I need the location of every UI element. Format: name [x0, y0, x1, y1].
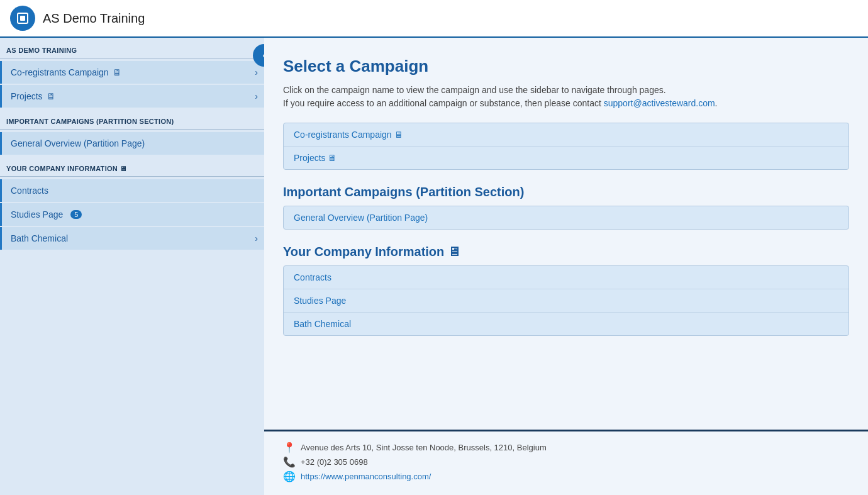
- footer-address-line: 📍 Avenue des Arts 10, Sint Josse ten Noo…: [283, 442, 849, 453]
- page-description: Click on the campaign name to view the c…: [283, 84, 849, 110]
- app-title: AS Demo Training: [43, 11, 145, 26]
- phone-icon: 📞: [283, 456, 296, 468]
- campaign-card-item-co-registrants[interactable]: Co-registrants Campaign 🖥: [284, 123, 849, 147]
- support-email-link[interactable]: support@activesteward.com: [604, 98, 715, 108]
- app-logo: [10, 6, 35, 31]
- campaign-card-item-studies-page[interactable]: Studies Page: [284, 289, 849, 313]
- studies-badge: 5: [70, 210, 82, 219]
- campaign-card-item-general-overview[interactable]: General Overview (Partition Page): [284, 206, 849, 229]
- sidebar-item-general-overview[interactable]: General Overview (Partition Page): [0, 132, 264, 155]
- chevron-icon-projects: ›: [255, 91, 258, 101]
- campaign-card-as-demo: Co-registrants Campaign 🖥 Projects 🖥: [283, 123, 849, 170]
- campaign-card-important: General Overview (Partition Page): [283, 206, 849, 230]
- footer-website-line: 🌐 https://www.penmanconsulting.com/: [283, 470, 849, 482]
- sidebar-section-title-as-demo: AS DEMO TRAINING: [0, 38, 264, 58]
- chevron-icon-bath-chemical: ›: [255, 233, 258, 243]
- sidebar: ‹ AS DEMO TRAINING Co-registrants Campai…: [0, 38, 264, 495]
- location-icon: 📍: [283, 442, 296, 453]
- sidebar-section-your-company: YOUR COMPANY INFORMATION 🖥 Contracts Stu…: [0, 156, 264, 250]
- footer-address: Avenue des Arts 10, Sint Josse ten Noode…: [301, 443, 547, 452]
- sidebar-item-studies-label: Studies Page: [11, 209, 63, 220]
- footer-phone-line: 📞 +32 (0)2 305 0698: [283, 456, 849, 468]
- monitor-icon-co-reg: 🖥: [113, 67, 121, 77]
- sidebar-item-bath-chemical[interactable]: Bath Chemical ›: [0, 227, 264, 250]
- desc-line-2: If you require access to an additional c…: [283, 98, 601, 108]
- sidebar-item-studies-page[interactable]: Studies Page 5: [0, 203, 264, 226]
- sidebar-section-title-important: IMPORTANT CAMPAIGNS (PARTITION SECTION): [0, 109, 264, 129]
- main-content: Select a Campaign Click on the campaign …: [264, 38, 868, 430]
- footer-phone: +32 (0)2 305 0698: [301, 457, 368, 467]
- sidebar-item-contracts-label: Contracts: [11, 186, 48, 196]
- sidebar-divider-2: [0, 129, 264, 130]
- footer-website-link[interactable]: https://www.penmanconsulting.com/: [301, 472, 431, 481]
- sidebar-section-important-campaigns: IMPORTANT CAMPAIGNS (PARTITION SECTION) …: [0, 109, 264, 155]
- sidebar-divider-1: [0, 58, 264, 58]
- section-heading-your-company: Your Company Information 🖥: [283, 245, 849, 259]
- sidebar-item-co-registrants-label: Co-registrants Campaign: [11, 67, 109, 77]
- desc-line-1: Click on the campaign name to view the c…: [283, 85, 666, 95]
- campaign-card-item-bath-chemical[interactable]: Bath Chemical: [284, 313, 849, 335]
- page-title: Select a Campaign: [283, 57, 849, 76]
- sidebar-item-projects[interactable]: Projects 🖥 ›: [0, 85, 264, 108]
- content-area: Select a Campaign Click on the campaign …: [264, 38, 868, 495]
- campaign-card-item-projects[interactable]: Projects 🖥: [284, 147, 849, 169]
- svg-rect-1: [20, 16, 25, 21]
- sidebar-item-projects-label: Projects: [11, 91, 43, 101]
- globe-icon: 🌐: [283, 470, 296, 482]
- sidebar-item-bath-chemical-label: Bath Chemical: [11, 233, 68, 243]
- sidebar-section-title-company: YOUR COMPANY INFORMATION 🖥: [0, 156, 264, 176]
- sidebar-divider-3: [0, 176, 264, 177]
- sidebar-item-contracts[interactable]: Contracts: [0, 179, 264, 202]
- campaign-card-your-company: Contracts Studies Page Bath Chemical: [283, 265, 849, 336]
- sidebar-item-general-overview-label: General Overview (Partition Page): [11, 138, 145, 148]
- sidebar-section-as-demo-training: AS DEMO TRAINING Co-registrants Campaign…: [0, 38, 264, 108]
- top-header: AS Demo Training: [0, 0, 868, 38]
- chevron-icon-co-reg: ›: [255, 67, 258, 77]
- main-layout: ‹ AS DEMO TRAINING Co-registrants Campai…: [0, 38, 868, 495]
- footer: 📍 Avenue des Arts 10, Sint Josse ten Noo…: [264, 430, 868, 495]
- monitor-icon-projects: 🖥: [47, 91, 55, 101]
- campaign-card-item-contracts[interactable]: Contracts: [284, 266, 849, 289]
- section-heading-important-campaigns: Important Campaigns (Partition Section): [283, 185, 849, 199]
- sidebar-item-co-registrants[interactable]: Co-registrants Campaign 🖥 ›: [0, 61, 264, 84]
